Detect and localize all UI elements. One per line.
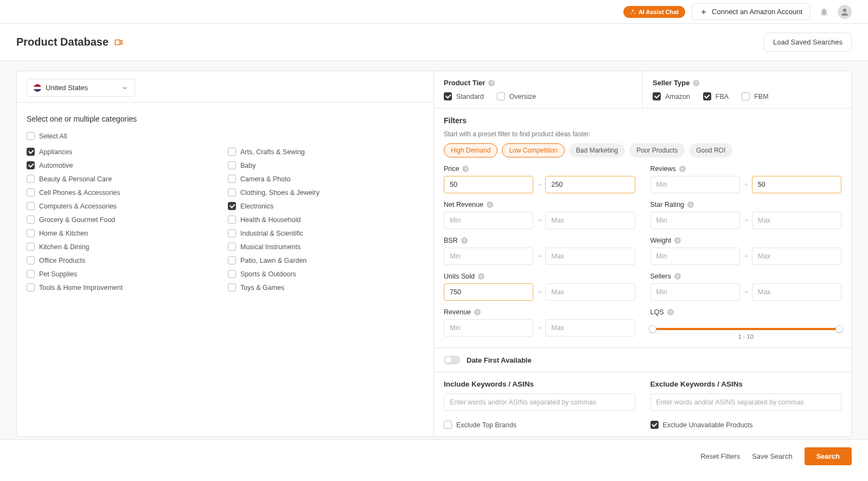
arrow-right-icon [743,218,749,223]
seller-type-checkbox[interactable]: Amazon [653,92,690,100]
select-all-checkbox[interactable]: Select All [27,132,424,140]
filter-net_revenue-max[interactable] [545,212,635,229]
filter-bsr-min[interactable] [444,248,533,265]
filter-star_rating-min[interactable] [650,212,740,229]
filter-weight-max[interactable] [752,248,841,265]
reset-filters-button[interactable]: Reset Filters [700,452,740,460]
category-label: Clothing, Shoes & Jewelry [240,189,320,197]
help-icon[interactable]: ? [487,201,493,208]
category-checkbox[interactable]: Automotive [27,161,222,169]
category-checkbox[interactable]: Clothing, Shoes & Jewelry [228,188,424,197]
seller-type-checkbox[interactable]: FBA [703,92,729,100]
category-label: Grocery & Gourmet Food [39,216,115,224]
category-checkbox[interactable]: Patio, Lawn & Garden [228,256,424,264]
filter-revenue-min[interactable] [444,319,533,337]
preset-chip[interactable]: Good ROI [689,143,732,157]
help-icon[interactable]: ? [667,309,674,315]
category-checkbox[interactable]: Cell Phones & Accessories [27,188,222,197]
preset-chip[interactable]: Low Competition [502,143,564,157]
notifications-icon[interactable] [817,5,831,19]
help-icon[interactable]: ? [474,309,481,315]
filter-sellers: Sellers? [650,273,842,301]
category-checkbox[interactable]: Computers & Accessories [27,202,222,210]
exclude-unavailable-checkbox[interactable]: Exclude Unavailable Products [650,421,842,429]
country-label: United States [46,84,88,92]
category-checkbox[interactable]: Electronics [228,202,424,210]
product-tier-checkbox[interactable]: Oversize [497,92,536,100]
filter-bsr-max[interactable] [545,248,635,265]
category-label: FBA [716,93,729,100]
help-icon[interactable]: ? [674,237,681,244]
help-icon[interactable]: ? [478,273,484,280]
category-checkbox[interactable]: Tools & Home Improvement [27,283,222,292]
category-checkbox[interactable]: Kitchen & Dining [27,243,222,251]
help-icon[interactable]: ? [488,80,495,86]
seller-type-title: Seller Type [653,79,690,87]
checkbox-icon [228,270,236,278]
filter-revenue: Revenue? [444,308,635,340]
product-tier-checkbox[interactable]: Standard [444,92,484,100]
include-keywords-input[interactable] [444,394,635,411]
filter-price-min[interactable] [444,176,533,193]
exclude-keywords-input[interactable] [650,394,842,411]
filter-star_rating-max[interactable] [752,212,841,229]
lqs-slider[interactable] [653,328,840,330]
category-checkbox[interactable]: Office Products [27,256,222,264]
slider-thumb-max[interactable] [835,325,843,333]
preset-chip[interactable]: Poor Products [629,143,685,157]
category-checkbox[interactable]: Grocery & Gourmet Food [27,216,222,224]
help-icon[interactable]: ? [674,273,681,280]
date-first-toggle[interactable] [444,356,460,364]
category-checkbox[interactable]: Appliances [27,148,222,156]
slider-thumb-min[interactable] [649,325,656,333]
category-checkbox[interactable]: Home & Kitchen [27,229,222,237]
filter-weight-min[interactable] [650,248,740,265]
exclude-top-brands-checkbox[interactable]: Exclude Top Brands [444,421,635,429]
category-checkbox[interactable]: Beauty & Personal Care [27,175,222,183]
category-checkbox[interactable]: Health & Household [228,216,424,224]
category-checkbox[interactable]: Camera & Photo [228,175,424,183]
filter-sellers-min[interactable] [650,283,740,301]
filter-sellers-max[interactable] [752,283,841,301]
help-icon[interactable]: ? [461,237,468,244]
preset-chip[interactable]: Bad Marketing [569,143,625,157]
avatar[interactable] [838,5,852,19]
filter-star_rating: Star Rating? [650,201,842,229]
connect-amazon-button[interactable]: Connect an Amazon Account [692,3,810,20]
video-icon[interactable] [114,37,124,47]
search-button[interactable]: Search [805,447,852,465]
filter-net_revenue-min[interactable] [444,212,533,229]
filter-units_sold-min[interactable] [444,283,533,301]
arrow-right-icon [537,254,542,259]
plus-icon [700,8,707,16]
filter-card: United States Select one or multiple cat… [16,71,852,437]
preset-chip[interactable]: High Demand [444,143,497,157]
save-search-button[interactable]: Save Search [752,452,792,460]
country-select[interactable]: United States [27,79,135,97]
category-checkbox[interactable]: Toys & Games [228,283,424,292]
help-icon[interactable]: ? [679,166,686,172]
category-checkbox[interactable]: Sports & Outdoors [228,270,424,278]
ai-assist-button[interactable]: AI Assist Chat [623,6,685,18]
category-label: Musical Instruments [240,243,301,251]
help-icon[interactable]: ? [693,80,699,86]
filter-reviews-min[interactable] [650,176,740,193]
help-icon[interactable]: ? [462,166,469,172]
filter-price-max[interactable] [545,176,635,193]
svg-point-0 [843,9,846,12]
filter-units_sold-max[interactable] [545,283,635,301]
main-area: United States Select one or multiple cat… [0,61,868,439]
category-checkbox[interactable]: Pet Supplies [27,270,222,278]
category-checkbox[interactable]: Musical Instruments [228,243,424,251]
category-checkbox[interactable]: Industrial & Scientific [228,229,424,237]
checkbox-icon [444,92,452,100]
category-label: Sports & Outdoors [240,270,296,278]
category-checkbox[interactable]: Arts, Crafts & Sewing [228,148,424,156]
category-checkbox[interactable]: Baby [228,161,424,169]
filter-revenue-max[interactable] [545,319,635,337]
seller-type-checkbox[interactable]: FBM [742,92,768,100]
chevron-down-icon [122,85,128,91]
load-saved-searches-button[interactable]: Load Saved Searches [764,33,852,52]
filter-reviews-max[interactable] [752,176,841,193]
help-icon[interactable]: ? [687,201,694,208]
